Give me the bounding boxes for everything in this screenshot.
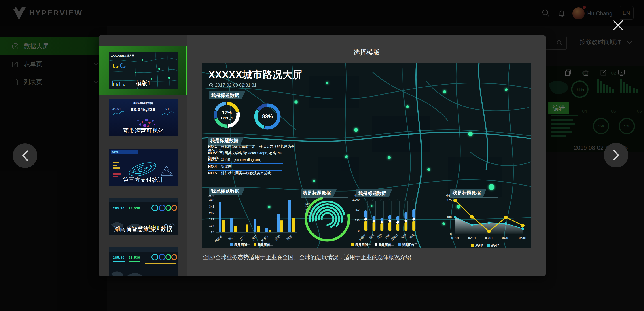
ranking-row: NO.5排行榜（同类事物客观实力反映） bbox=[208, 171, 284, 177]
thumb-title: XX品牌实时舆情 bbox=[133, 102, 153, 105]
ranking-text: 排行榜（同类事物客观实力反映） bbox=[221, 171, 274, 175]
preview-stacked-bar-chart: 单位1,0006673330内蒙古浙江辽宁吉林黑龙江安徽福建我是图例一我是图例二… bbox=[350, 194, 419, 247]
template-thumbnail: 285.30 28,530 bbox=[109, 247, 178, 276]
template-picker-modal: XXXXX城市路况大屏 模版1 XX品牌实时舆情 93,045,239 bbox=[98, 35, 546, 276]
template-item-3[interactable]: DATAU 第三方支付统计 bbox=[98, 143, 188, 192]
svg-text:吉林: 吉林 bbox=[251, 234, 258, 241]
svg-text:322,424: 322,424 bbox=[112, 108, 121, 110]
thumb-number-1: 285.30 bbox=[113, 256, 124, 259]
svg-text:内蒙古: 内蒙古 bbox=[358, 233, 367, 241]
thumb-title: DATAU bbox=[112, 151, 120, 154]
svg-text:黑龙江: 黑龙江 bbox=[390, 233, 399, 241]
close-icon[interactable] bbox=[612, 19, 624, 31]
ranking-number: NO.3 bbox=[208, 158, 221, 162]
svg-text:02/01: 02/01 bbox=[468, 236, 476, 240]
svg-text:667: 667 bbox=[355, 208, 360, 212]
template-list: XXXXX城市路况大屏 模版1 XX品牌实时舆情 93,045,239 bbox=[98, 35, 188, 276]
ranking-number: NO.2 bbox=[208, 151, 221, 156]
template-item-2[interactable]: XX品牌实时舆情 93,045,239 322,424 76.4 宽带运营可视 bbox=[98, 94, 188, 143]
ranking-text: 折线图 bbox=[221, 164, 232, 168]
svg-text:333: 333 bbox=[355, 219, 360, 222]
carousel-next-button[interactable] bbox=[604, 143, 628, 168]
svg-text:05/01: 05/01 bbox=[519, 236, 526, 240]
template-preview: XXXXX城市路况大屏 2017-02-09 02:31:31 我是标题数据 我… bbox=[202, 63, 531, 248]
svg-text:黑龙江: 黑龙江 bbox=[260, 234, 270, 243]
ranking-number: NO.5 bbox=[208, 171, 221, 176]
svg-text:浙江: 浙江 bbox=[228, 234, 235, 241]
svg-text:辽宁: 辽宁 bbox=[239, 234, 246, 241]
svg-text:0: 0 bbox=[450, 232, 452, 236]
preview-timestamp-row: 2017-02-09 02:31:31 bbox=[209, 82, 257, 88]
template-thumbnail: XXXXX城市路况大屏 bbox=[109, 52, 178, 89]
svg-text:375: 375 bbox=[446, 198, 452, 202]
panel-header: 我是标题数据 bbox=[209, 92, 245, 100]
template-description: 全国/全球业务态势适用于企业在全国、全球的进展情况，适用于企业的总体概况介绍 bbox=[202, 254, 411, 261]
svg-text:内蒙古: 内蒙古 bbox=[214, 234, 223, 243]
panel-header: 我是标题数据 bbox=[300, 189, 337, 197]
ranking-number: NO.4 bbox=[208, 164, 221, 169]
svg-text:浙江: 浙江 bbox=[368, 233, 375, 240]
svg-text:04/01: 04/01 bbox=[502, 236, 510, 240]
svg-text:吉林: 吉林 bbox=[384, 233, 391, 240]
svg-text:420: 420 bbox=[209, 198, 214, 202]
preview-radial-chart: label_1label_2label_3label_4label_5 bbox=[296, 195, 354, 246]
panel-header: 我是标题数据 bbox=[209, 187, 245, 195]
preview-donut-chart-left: 17% TYPE_1 bbox=[213, 101, 240, 128]
thumb-number-2: 28,530 bbox=[128, 256, 140, 259]
chevron-left-icon bbox=[21, 150, 29, 161]
svg-text:104: 104 bbox=[209, 224, 214, 228]
thumb-title: XXXXX城市路况大屏 bbox=[111, 54, 134, 57]
template-thumbnail: XX品牌实时舆情 93,045,239 322,424 76.4 bbox=[109, 100, 178, 136]
svg-text:01/01: 01/01 bbox=[451, 236, 459, 240]
panel-header: 我是标题数据 bbox=[356, 189, 392, 198]
panel-header: 我是标题数据 bbox=[208, 136, 244, 145]
preview-donut-chart-right: 83% bbox=[254, 103, 281, 130]
clock-icon bbox=[209, 83, 213, 88]
template-item-5[interactable]: 285.30 28,530 bbox=[98, 241, 188, 276]
svg-text:安徽: 安徽 bbox=[274, 234, 281, 241]
svg-text:262: 262 bbox=[209, 211, 214, 215]
svg-text:25: 25 bbox=[211, 230, 214, 234]
ranking-row: NO.4折线图 bbox=[208, 164, 282, 170]
ranking-row: NO.2饼图英文学名为Sector Graph, 有名Pie Graph. bbox=[208, 151, 287, 157]
chevron-right-icon bbox=[612, 150, 620, 161]
preview-timestamp: 2017-02-09 02:31:31 bbox=[215, 82, 257, 88]
panel-header: 我是标题数据 bbox=[450, 189, 486, 197]
svg-text:76.4: 76.4 bbox=[164, 108, 169, 110]
template-thumbnail: 285.30 28,530 bbox=[109, 198, 178, 235]
ranking-text: 散点图（scatter diagram） bbox=[221, 158, 264, 162]
preview-line-chart: 单位375188001/0102/0103/0104/0105/01系列1系列2 bbox=[444, 194, 527, 248]
thumb-number-1: 285.30 bbox=[113, 206, 124, 210]
thumb-number: 93,045,239 bbox=[131, 107, 156, 112]
modal-title: 选择模版 bbox=[188, 48, 546, 57]
ranking-number: NO.1 bbox=[208, 144, 221, 149]
template-thumbnail: DATAU bbox=[109, 149, 178, 186]
svg-text:341: 341 bbox=[209, 205, 214, 208]
svg-text:福建: 福建 bbox=[408, 233, 415, 240]
svg-text:188: 188 bbox=[446, 215, 452, 219]
svg-text:福建: 福建 bbox=[286, 234, 293, 241]
svg-text:183: 183 bbox=[209, 218, 214, 221]
svg-text:0: 0 bbox=[358, 229, 360, 232]
svg-text:1,000: 1,000 bbox=[352, 198, 360, 201]
template-item-4[interactable]: 285.30 28,530 湖南省智慧旅游大数据 bbox=[98, 192, 188, 241]
thumb-number-2: 28,530 bbox=[128, 206, 140, 210]
svg-text:辽宁: 辽宁 bbox=[376, 233, 383, 240]
svg-text:03/01: 03/01 bbox=[485, 236, 493, 240]
preview-dashboard-title: XXXXX城市路况大屏 bbox=[208, 68, 303, 82]
carousel-prev-button[interactable] bbox=[13, 143, 37, 168]
svg-text:安徽: 安徽 bbox=[400, 233, 407, 240]
template-item-1[interactable]: XXXXX城市路况大屏 模版1 bbox=[98, 46, 188, 95]
ranking-row: NO.3散点图（scatter diagram） bbox=[208, 158, 283, 164]
preview-bar-chart: 单位42034126218310425内蒙古浙江辽宁吉林黑龙江安徽福建我是图例一… bbox=[205, 194, 299, 247]
